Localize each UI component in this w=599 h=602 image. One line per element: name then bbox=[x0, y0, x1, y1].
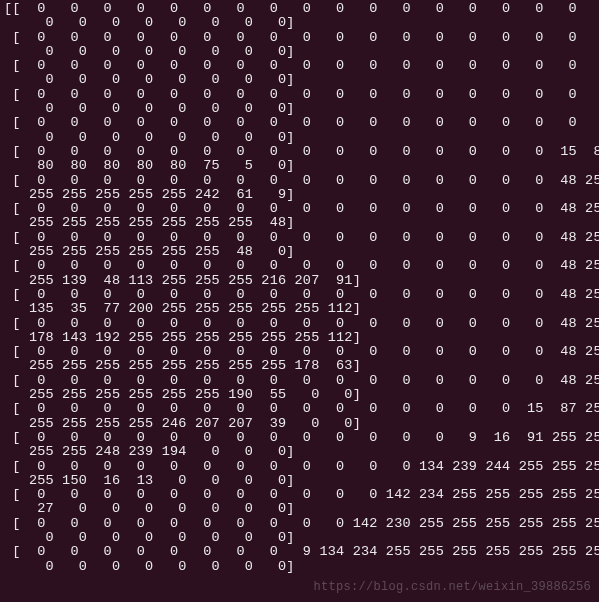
matrix-line: 27 0 0 0 0 0 0 0] bbox=[4, 502, 599, 516]
matrix-line: [ 0 0 0 0 0 0 0 0 0 0 0 0 0 0 0 0 48 255… bbox=[4, 259, 599, 273]
matrix-line: [ 0 0 0 0 0 0 0 0 0 0 0 0 0 0 0 15 87 25… bbox=[4, 402, 599, 416]
matrix-line: [ 0 0 0 0 0 0 0 0 0 0 0 0 0 0 0 0 48 255… bbox=[4, 231, 599, 245]
matrix-line: 0 0 0 0 0 0 0 0] bbox=[4, 531, 599, 545]
matrix-line: 255 150 16 13 0 0 0 0] bbox=[4, 474, 599, 488]
matrix-line: 0 0 0 0 0 0 0 0] bbox=[4, 73, 599, 87]
matrix-line: 0 0 0 0 0 0 0 0] bbox=[4, 131, 599, 145]
matrix-line: [ 0 0 0 0 0 0 0 0 0 0 0 0 0 0 0 0 0 0 0 … bbox=[4, 116, 599, 130]
matrix-line: [ 0 0 0 0 0 0 0 0 0 0 0 0 0 9 16 91 255 … bbox=[4, 431, 599, 445]
matrix-line: 255 255 255 255 255 255 255 48] bbox=[4, 216, 599, 230]
matrix-line: 0 0 0 0 0 0 0 0] bbox=[4, 560, 599, 574]
matrix-line: [ 0 0 0 0 0 0 0 0 0 0 0 0 0 0 0 0 48 255… bbox=[4, 288, 599, 302]
matrix-line: [ 0 0 0 0 0 0 0 0 0 0 0 0 0 0 0 0 48 255… bbox=[4, 345, 599, 359]
matrix-line: [ 0 0 0 0 0 0 0 0 0 0 0 0 0 0 0 0 48 255… bbox=[4, 174, 599, 188]
matrix-line: 255 139 48 113 255 255 255 216 207 91] bbox=[4, 274, 599, 288]
matrix-line: 80 80 80 80 80 75 5 0] bbox=[4, 159, 599, 173]
matrix-line: [ 0 0 0 0 0 0 0 0 0 0 0 142 234 255 255 … bbox=[4, 488, 599, 502]
matrix-line: 178 143 192 255 255 255 255 255 255 112] bbox=[4, 331, 599, 345]
matrix-line: [ 0 0 0 0 0 0 0 0 0 0 0 0 0 0 0 0 48 255… bbox=[4, 202, 599, 216]
matrix-line: 255 255 255 255 255 255 255 255 178 63] bbox=[4, 359, 599, 373]
matrix-line: 255 255 248 239 194 0 0 0] bbox=[4, 445, 599, 459]
matrix-line: [ 0 0 0 0 0 0 0 0 0 0 142 230 255 255 25… bbox=[4, 517, 599, 531]
matrix-line: [ 0 0 0 0 0 0 0 0 0 0 0 0 0 0 0 0 0 0 0 … bbox=[4, 59, 599, 73]
matrix-line: [ 0 0 0 0 0 0 0 0 0 0 0 0 0 0 0 0 48 255… bbox=[4, 374, 599, 388]
matrix-line: [ 0 0 0 0 0 0 0 0 0 0 0 0 0 0 0 0 0 0 0 … bbox=[4, 31, 599, 45]
matrix-line: 0 0 0 0 0 0 0 0] bbox=[4, 16, 599, 30]
matrix-line: 255 255 255 255 255 255 48 0] bbox=[4, 245, 599, 259]
matrix-line: [ 0 0 0 0 0 0 0 0 0 0 0 0 134 239 244 25… bbox=[4, 460, 599, 474]
matrix-line: 0 0 0 0 0 0 0 0] bbox=[4, 102, 599, 116]
terminal-output: [[ 0 0 0 0 0 0 0 0 0 0 0 0 0 0 0 0 0 0 0… bbox=[4, 2, 599, 574]
matrix-line: [[ 0 0 0 0 0 0 0 0 0 0 0 0 0 0 0 0 0 0 0… bbox=[4, 2, 599, 16]
matrix-line: 255 255 255 255 255 242 61 9] bbox=[4, 188, 599, 202]
matrix-line: [ 0 0 0 0 0 0 0 0 0 0 0 0 0 0 0 0 15 80 … bbox=[4, 145, 599, 159]
matrix-line: 0 0 0 0 0 0 0 0] bbox=[4, 45, 599, 59]
matrix-line: [ 0 0 0 0 0 0 0 0 0 0 0 0 0 0 0 0 48 255… bbox=[4, 317, 599, 331]
matrix-line: [ 0 0 0 0 0 0 0 0 9 134 234 255 255 255 … bbox=[4, 545, 599, 559]
matrix-line: [ 0 0 0 0 0 0 0 0 0 0 0 0 0 0 0 0 0 0 0 … bbox=[4, 88, 599, 102]
watermark-text: https://blog.csdn.net/weixin_39886256 bbox=[313, 581, 591, 594]
matrix-line: 255 255 255 255 246 207 207 39 0 0] bbox=[4, 417, 599, 431]
matrix-line: 255 255 255 255 255 255 190 55 0 0] bbox=[4, 388, 599, 402]
matrix-line: 135 35 77 200 255 255 255 255 255 112] bbox=[4, 302, 599, 316]
